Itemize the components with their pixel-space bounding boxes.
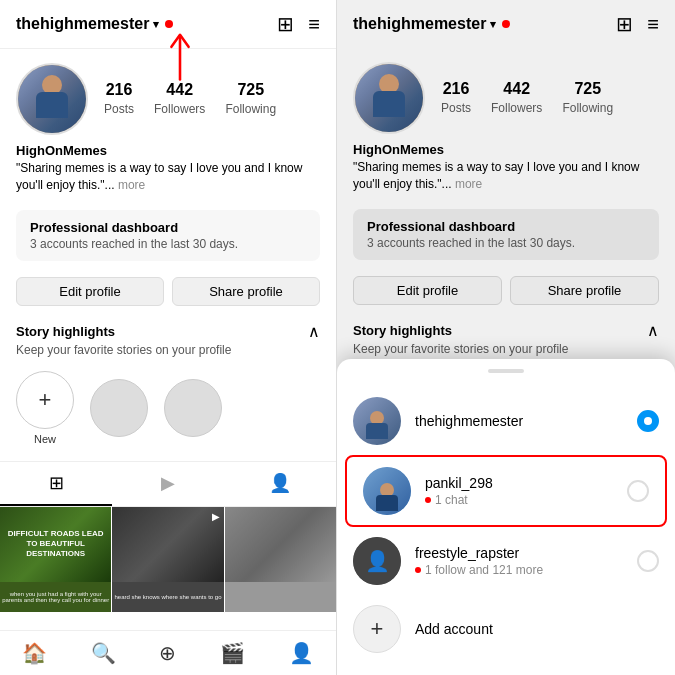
sheet-add-account-label: Add account (415, 621, 659, 637)
sheet-userinfo-freestyle: freestyle_rapster 1 follow and 121 more (415, 545, 623, 577)
left-following-number: 725 (225, 81, 276, 99)
left-story-circles: + New (16, 367, 320, 449)
right-add-icon[interactable]: ⊞ (616, 12, 633, 36)
sheet-account-pankil[interactable]: pankil_298 1 chat (345, 455, 667, 527)
sheet-username-freestyle: freestyle_rapster (415, 545, 623, 561)
left-plus-icon: + (39, 387, 52, 413)
left-username-header[interactable]: thehighmemester ▾ (16, 15, 173, 33)
left-story-circle-2[interactable] (164, 379, 222, 437)
right-chevron-icon: ▾ (490, 18, 496, 31)
sheet-radio-thehighmemester[interactable] (637, 410, 659, 432)
left-nav-profile[interactable]: 👤 (289, 641, 314, 665)
left-avatar[interactable] (16, 63, 88, 135)
left-story-highlights: Story highlights ∧ Keep your favorite st… (0, 314, 336, 453)
right-header-icons: ⊞ ≡ (616, 12, 659, 36)
left-story-new-circle[interactable]: + (16, 371, 74, 429)
sheet-dot-freestyle (415, 567, 421, 573)
sheet-radio-freestyle[interactable] (637, 550, 659, 572)
right-bio-name: HighOnMemes (353, 142, 659, 157)
left-profile-section: 216 Posts 442 Followers 725 Following (0, 49, 336, 143)
right-action-buttons: Edit profile Share profile (337, 268, 675, 313)
sheet-dot-pankil (425, 497, 431, 503)
left-caption-1: when you just had a fight with your pare… (0, 582, 111, 612)
right-stat-followers[interactable]: 442 Followers (491, 80, 542, 116)
left-grid-text-2 (112, 507, 223, 582)
left-menu-icon[interactable]: ≡ (308, 13, 320, 36)
left-stat-following[interactable]: 725 Following (225, 81, 276, 117)
left-stats: 216 Posts 442 Followers 725 Following (104, 81, 276, 117)
right-pro-title: Professional dashboard (367, 219, 645, 234)
left-stat-posts[interactable]: 216 Posts (104, 81, 134, 117)
right-bio-more[interactable]: more (455, 177, 482, 191)
left-grid-cell-3[interactable] (225, 507, 336, 582)
left-nav-home[interactable]: 🏠 (22, 641, 47, 665)
left-story-new-wrapper: + New (16, 371, 74, 445)
left-nav-reels[interactable]: 🎬 (220, 641, 245, 665)
right-story-title: Story highlights (353, 323, 452, 338)
right-edit-profile-button[interactable]: Edit profile (353, 276, 502, 305)
left-tab-grid[interactable]: ⊞ (0, 462, 112, 506)
right-online-dot (502, 20, 510, 28)
sheet-handle (488, 369, 524, 373)
right-share-profile-button[interactable]: Share profile (510, 276, 659, 305)
sheet-account-freestyle[interactable]: 👤 freestyle_rapster 1 follow and 121 mor… (337, 527, 675, 595)
left-pro-dashboard[interactable]: Professional dashboard 3 accounts reache… (16, 210, 320, 261)
right-pro-dashboard[interactable]: Professional dashboard 3 accounts reache… (353, 209, 659, 260)
right-followers-number: 442 (491, 80, 542, 98)
right-avatar[interactable] (353, 62, 425, 134)
sheet-account-thehighmemester[interactable]: thehighmemester (337, 387, 675, 455)
left-grid-cell-1[interactable]: DIFFICULT ROADS LEAD TO BEAUTIFUL DESTIN… (0, 507, 111, 582)
right-pro-subtitle: 3 accounts reached in the last 30 days. (367, 236, 645, 250)
left-nav-add[interactable]: ⊕ (159, 641, 176, 665)
left-bottom-nav: 🏠 🔍 ⊕ 🎬 👤 (0, 630, 336, 675)
right-profile-section: 216 Posts 442 Followers 725 Following (337, 48, 675, 142)
right-posts-label: Posts (441, 101, 471, 115)
sheet-radio-pankil[interactable] (627, 480, 649, 502)
left-posts-label: Posts (104, 102, 134, 116)
left-bio-more[interactable]: more (118, 178, 145, 192)
left-story-chevron: ∧ (308, 322, 320, 341)
left-action-buttons: Edit profile Share profile (0, 269, 336, 314)
left-story-circle-1[interactable] (90, 379, 148, 437)
sheet-userinfo-pankil: pankil_298 1 chat (425, 475, 613, 507)
left-username-text: thehighmemester (16, 15, 149, 33)
sheet-sub-freestyle: 1 follow and 121 more (415, 563, 623, 577)
sheet-avatar-thehighmemester (353, 397, 401, 445)
left-caption-3 (225, 582, 336, 612)
left-panel: thehighmemester ▾ ⊞ ≡ 216 (0, 0, 337, 675)
left-bio-section: HighOnMemes "Sharing memes is a way to s… (0, 143, 336, 202)
left-caption-row: when you just had a fight with your pare… (0, 582, 336, 612)
right-bio-section: HighOnMemes "Sharing memes is a way to s… (337, 142, 675, 201)
left-chevron-icon: ▾ (153, 18, 159, 31)
left-story-header: Story highlights ∧ (16, 322, 320, 341)
left-add-icon[interactable]: ⊞ (277, 12, 294, 36)
left-tab-reels[interactable]: ▶ (112, 462, 224, 506)
right-menu-icon[interactable]: ≡ (647, 13, 659, 36)
right-bio-text: "Sharing memes is a way to say I love yo… (353, 159, 659, 193)
left-nav-search[interactable]: 🔍 (91, 641, 116, 665)
sheet-add-account-info: Add account (415, 621, 659, 637)
sheet-avatar-freestyle: 👤 (353, 537, 401, 585)
right-followers-label: Followers (491, 101, 542, 115)
left-content-tabs: ⊞ ▶ 👤 (0, 461, 336, 507)
right-username-header[interactable]: thehighmemester ▾ (353, 15, 510, 33)
left-bio-text: "Sharing memes is a way to say I love yo… (16, 160, 320, 194)
sheet-add-account[interactable]: + Add account (337, 595, 675, 663)
left-followers-number: 442 (154, 81, 205, 99)
left-grid-text-1: DIFFICULT ROADS LEAD TO BEAUTIFUL DESTIN… (0, 507, 111, 582)
right-username-text: thehighmemester (353, 15, 486, 33)
right-header: thehighmemester ▾ ⊞ ≡ (337, 0, 675, 48)
left-stat-followers[interactable]: 442 Followers (154, 81, 205, 117)
sheet-add-plus-icon: + (371, 616, 384, 642)
left-share-profile-button[interactable]: Share profile (172, 277, 320, 306)
left-grid-cell-2[interactable]: ▶ (112, 507, 223, 582)
left-pro-subtitle: 3 accounts reached in the last 30 days. (30, 237, 306, 251)
left-tab-tagged[interactable]: 👤 (224, 462, 336, 506)
right-story-header: Story highlights ∧ (353, 321, 659, 340)
account-switcher-sheet: thehighmemester pankil_298 1 chat (337, 359, 675, 675)
right-stat-posts[interactable]: 216 Posts (441, 80, 471, 116)
right-stat-following[interactable]: 725 Following (562, 80, 613, 116)
sheet-userinfo-thehighmemester: thehighmemester (415, 413, 623, 429)
left-edit-profile-button[interactable]: Edit profile (16, 277, 164, 306)
left-story-title: Story highlights (16, 324, 115, 339)
